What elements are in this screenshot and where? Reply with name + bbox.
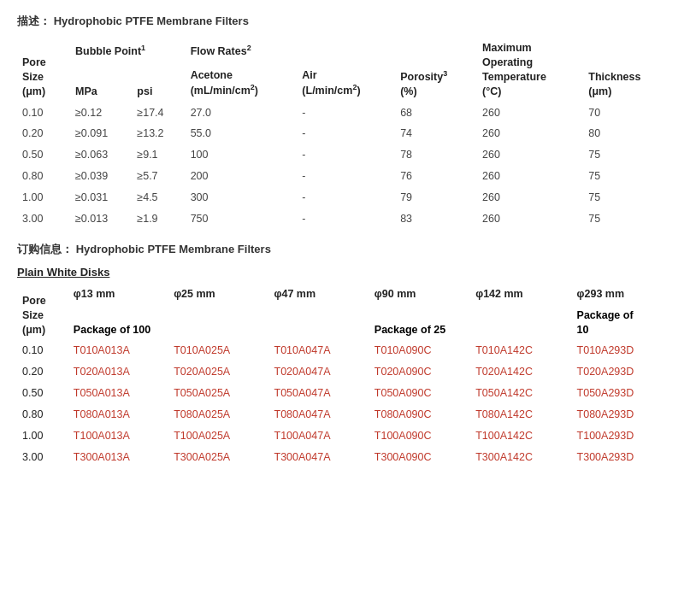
pore-size-header: PoreSize(μm): [17, 38, 70, 103]
porosity-header: Porosity3 (%): [395, 38, 477, 103]
spec-mpa: ≥0.12: [70, 103, 132, 124]
order-pore: 3.00: [17, 447, 68, 468]
pkg-10-header: Package of10: [572, 305, 673, 341]
order-p142: T080A142C: [470, 404, 571, 425]
spec-mpa: ≥0.091: [70, 123, 132, 144]
phi47-header: φ47 mm: [269, 284, 369, 305]
order-title: 订购信息： Hydrophobic PTFE Membrane Filters: [17, 242, 673, 257]
order-row: 1.00 T100A013A T100A025A T100A047A T100A…: [17, 425, 673, 447]
order-pore: 1.00: [17, 425, 68, 447]
spec-porosity: 76: [395, 166, 477, 187]
spec-porosity: 78: [395, 144, 477, 166]
order-p47: T100A047A: [269, 425, 369, 447]
spec-acetone: 55.0: [186, 123, 298, 144]
order-p25: T100A025A: [168, 425, 268, 447]
flow-rates-sup: 2: [247, 44, 251, 52]
spec-maxtemp: 260: [477, 208, 583, 230]
order-p13: T080A013A: [68, 404, 168, 425]
spec-maxtemp: 260: [477, 166, 583, 187]
order-p25: T080A025A: [168, 404, 268, 425]
specs-row: 3.00 ≥0.013 ≥1.9 750 - 83 260 75: [17, 208, 673, 230]
flow-rates-header: Flow Rates2: [186, 38, 396, 62]
porosity-sup: 3: [443, 69, 447, 78]
order-pore: 0.10: [17, 340, 68, 361]
spec-mpa: ≥0.013: [70, 208, 132, 230]
phi25-header: φ25 mm: [168, 284, 268, 305]
spec-maxtemp: 260: [477, 103, 583, 124]
spec-psi: ≥17.4: [132, 103, 185, 124]
order-p25: T300A025A: [168, 447, 268, 468]
spec-psi: ≥1.9: [132, 208, 185, 230]
order-row: 0.10 T010A013A T010A025A T010A047A T010A…: [17, 340, 673, 361]
spec-air: -: [297, 208, 395, 230]
order-p47: T300A047A: [269, 447, 369, 468]
spec-pore: 1.00: [17, 187, 70, 208]
order-row: 0.80 T080A013A T080A025A T080A047A T080A…: [17, 404, 673, 425]
bubble-point-header: Bubble Point1: [70, 38, 186, 62]
phi13-header: φ13 mm: [68, 284, 168, 305]
order-p25: T050A025A: [168, 383, 268, 404]
order-p293: T010A293D: [572, 340, 673, 361]
specs-row: 0.80 ≥0.039 ≥5.7 200 - 76 260 75: [17, 166, 673, 187]
spec-porosity: 79: [395, 187, 477, 208]
specs-row: 0.20 ≥0.091 ≥13.2 55.0 - 74 260 80: [17, 123, 673, 144]
spec-air: -: [297, 187, 395, 208]
specs-row: 0.10 ≥0.12 ≥17.4 27.0 - 68 260 70: [17, 103, 673, 124]
spec-air: -: [297, 166, 395, 187]
pkg-25-header: Package of 25: [369, 305, 572, 341]
pkg-100-header: Package of 100: [68, 305, 369, 341]
spec-pore: 0.80: [17, 166, 70, 187]
spec-thickness: 75: [583, 144, 673, 166]
spec-maxtemp: 260: [477, 144, 583, 166]
mpa-header: MPa: [70, 62, 132, 103]
spec-air: -: [297, 103, 395, 124]
order-p142: T100A142C: [470, 425, 571, 447]
specs-row: 1.00 ≥0.031 ≥4.5 300 - 79 260 75: [17, 187, 673, 208]
specs-row: 0.50 ≥0.063 ≥9.1 100 - 78 260 75: [17, 144, 673, 166]
order-p293: T100A293D: [572, 425, 673, 447]
order-section: 订购信息： Hydrophobic PTFE Membrane Filters …: [17, 242, 673, 468]
order-p13: T100A013A: [68, 425, 168, 447]
spec-thickness: 75: [583, 208, 673, 230]
phi142-header: φ142 mm: [470, 284, 571, 305]
order-p90: T010A090C: [369, 340, 470, 361]
spec-acetone: 100: [186, 144, 298, 166]
air-header: Air(L/min/cm2): [297, 62, 395, 103]
spec-psi: ≥13.2: [132, 123, 185, 144]
spec-maxtemp: 260: [477, 187, 583, 208]
acetone-header: Acetone(mL/min/cm2): [186, 62, 298, 103]
spec-mpa: ≥0.039: [70, 166, 132, 187]
order-p142: T050A142C: [470, 383, 571, 404]
order-p25: T010A025A: [168, 340, 268, 361]
order-row: 0.20 T020A013A T020A025A T020A047A T020A…: [17, 361, 673, 383]
spec-thickness: 75: [583, 187, 673, 208]
spec-psi: ≥5.7: [132, 166, 185, 187]
order-p142: T300A142C: [470, 447, 571, 468]
spec-mpa: ≥0.063: [70, 144, 132, 166]
order-pore: 0.20: [17, 361, 68, 383]
description-label: 描述：: [17, 15, 50, 27]
order-p293: T020A293D: [572, 361, 673, 383]
spec-pore: 0.20: [17, 123, 70, 144]
order-pore: 0.50: [17, 383, 68, 404]
order-p47: T010A047A: [269, 340, 369, 361]
order-p90: T020A090C: [369, 361, 470, 383]
spec-psi: ≥4.5: [132, 187, 185, 208]
order-p13: T050A013A: [68, 383, 168, 404]
spec-psi: ≥9.1: [132, 144, 185, 166]
spec-maxtemp: 260: [477, 123, 583, 144]
order-pore: 0.80: [17, 404, 68, 425]
order-p293: T300A293D: [572, 447, 673, 468]
bubble-point-sup: 1: [141, 44, 145, 52]
spec-acetone: 200: [186, 166, 298, 187]
phi90-header: φ90 mm: [369, 284, 470, 305]
spec-thickness: 75: [583, 166, 673, 187]
thickness-header: Thickness(μm): [583, 38, 673, 103]
order-p142: T010A142C: [470, 340, 571, 361]
order-p47: T020A047A: [269, 361, 369, 383]
phi293-header: φ293 mm: [572, 284, 673, 305]
spec-acetone: 750: [186, 208, 298, 230]
spec-pore: 0.50: [17, 144, 70, 166]
order-p90: T100A090C: [369, 425, 470, 447]
spec-porosity: 68: [395, 103, 477, 124]
